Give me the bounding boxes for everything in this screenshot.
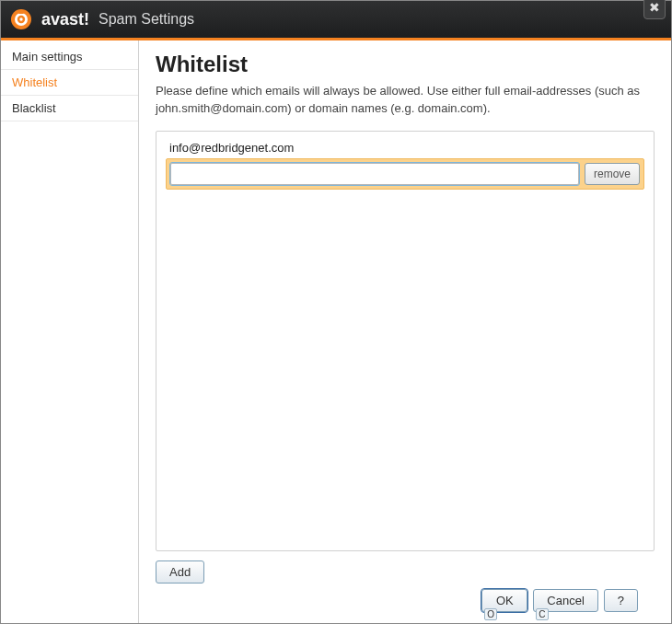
sidebar-item-main-settings[interactable]: Main settings — [1, 44, 138, 70]
page-title: Whitelist — [156, 52, 655, 77]
close-button[interactable]: ✖ — [643, 0, 666, 19]
sidebar: Main settings Whitelist Blacklist — [1, 40, 139, 623]
help-button[interactable]: ? — [604, 589, 638, 612]
main-panel: Whitelist Please define which emails wil… — [139, 40, 671, 623]
page-description: Please define which emails will always b… — [156, 83, 655, 118]
settings-window: avast! Spam Settings ✖ Main settings Whi… — [0, 0, 672, 624]
sidebar-item-blacklist[interactable]: Blacklist — [1, 96, 138, 121]
add-row: Add — [156, 560, 655, 584]
dialog-footer: OK O Cancel C ? — [156, 584, 655, 618]
whitelist-entry-edit-row: remove — [166, 158, 644, 190]
whitelist-entry: info@redbridgenet.com remove — [166, 139, 644, 190]
sidebar-item-whitelist[interactable]: Whitelist — [1, 70, 138, 96]
ok-mnemonic-badge: O — [484, 608, 497, 620]
svg-point-3 — [19, 17, 22, 20]
cancel-button[interactable]: Cancel C — [533, 589, 597, 612]
ok-button[interactable]: OK O — [481, 589, 527, 612]
titlebar: avast! Spam Settings ✖ — [1, 1, 671, 38]
ok-button-label: OK — [496, 594, 514, 607]
whitelist-entry-email: info@redbridgenet.com — [166, 139, 644, 158]
whitelist-entry-input[interactable] — [170, 163, 579, 185]
close-icon: ✖ — [649, 0, 660, 15]
remove-button[interactable]: remove — [585, 163, 640, 185]
cancel-button-label: Cancel — [547, 594, 584, 607]
add-button[interactable]: Add — [156, 560, 204, 584]
avast-logo-icon — [10, 8, 32, 30]
window-body: Main settings Whitelist Blacklist Whitel… — [1, 40, 671, 623]
cancel-mnemonic-badge: C — [536, 608, 548, 620]
window-title: Spam Settings — [98, 11, 194, 28]
brand-name: avast! — [41, 10, 89, 29]
whitelist-list-panel: info@redbridgenet.com remove — [156, 131, 655, 551]
